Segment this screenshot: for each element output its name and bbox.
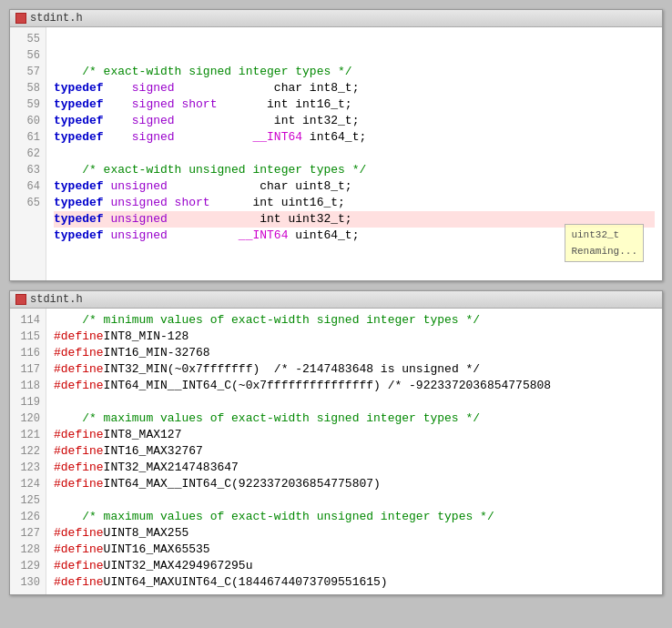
tooltip-overlay-1: uint32_tRenaming...: [565, 224, 644, 262]
close-button-2[interactable]: [15, 294, 26, 305]
code-content-2: /* minimum values of exact-width signed …: [46, 309, 662, 594]
code-line: /* maximum values of exact-width unsigne…: [54, 509, 655, 525]
code-line: /* exact-width unsigned integer types */: [54, 162, 655, 178]
code-line: #define UINT8_MAX 255: [54, 525, 655, 542]
code-line: #define INT16_MIN -32768: [54, 345, 655, 361]
window-title-1: stdint.h: [30, 12, 83, 25]
code-line: typedef signed __INT64 int64_t;: [54, 129, 655, 146]
code-line: typedef unsigned char uint8_t;: [54, 178, 655, 195]
line-numbers-1: 5556575859606162636465: [10, 27, 46, 280]
title-bar-1: stdint.h: [10, 10, 662, 27]
code-line: typedef unsigned short int uint16_t;: [54, 195, 655, 211]
code-line: /* maximum values of exact-width signed …: [54, 410, 655, 427]
code-line: typedef signed char int8_t;: [54, 80, 655, 96]
code-window-1: stdint.h 5556575859606162636465 /* exact…: [9, 9, 663, 281]
code-line: /* exact-width signed integer types */: [54, 64, 655, 80]
code-window-2: stdint.h 1141151161171181191201211221231…: [9, 290, 663, 595]
code-line: typedef signed int int32_t;: [54, 113, 655, 129]
window-title-2: stdint.h: [30, 293, 83, 306]
code-line: typedef signed short int int16_t;: [54, 96, 655, 113]
title-bar-2: stdint.h: [10, 291, 662, 309]
code-line: #define INT8_MIN -128: [54, 329, 655, 345]
code-line: [54, 492, 655, 509]
code-line: #define INT8_MAX 127: [54, 427, 655, 443]
close-button-1[interactable]: [15, 13, 26, 24]
line-numbers-2: 1141151161171181191201211221231241251261…: [10, 309, 46, 594]
code-line: #define INT16_MAX 32767: [54, 443, 655, 460]
code-line: #define UINT32_MAX 4294967295u: [54, 558, 655, 574]
code-line: #define UINT64_MAX UINT64_C(184467440737…: [54, 574, 655, 591]
code-line: #define INT32_MAX 2147483647: [54, 460, 655, 476]
code-line: #define INT32_MIN (~0x7fffffff) /* -2147…: [54, 361, 655, 378]
code-line: #define UINT16_MAX 65535: [54, 542, 655, 558]
code-line: #define INT64_MAX __INT64_C(922337203685…: [54, 476, 655, 492]
code-line: /* minimum values of exact-width signed …: [54, 312, 655, 329]
code-line: #define INT64_MIN __INT64_C(~0x7ffffffff…: [54, 378, 655, 394]
code-line: [54, 146, 655, 162]
code-line: [54, 394, 655, 410]
code-area-2: 1141151161171181191201211221231241251261…: [10, 309, 662, 594]
code-area-1: 5556575859606162636465 /* exact-width si…: [10, 27, 662, 280]
code-content-1: /* exact-width signed integer types */ty…: [46, 27, 662, 280]
